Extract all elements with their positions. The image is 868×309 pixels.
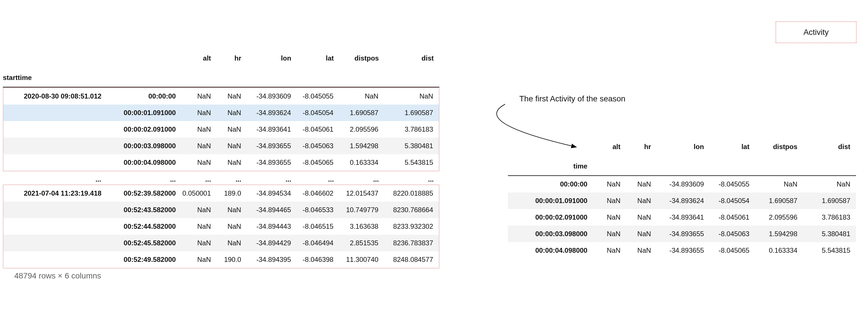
diagram-canvas: Activity The first Activity of the seaso… — [0, 0, 868, 309]
table-row: 00:00:01.091000 NaN NaN -34.893624 -8.04… — [508, 193, 856, 209]
idx-time: time — [18, 74, 32, 82]
block1-box: 2020-08-30 09:08:51.012 00:00:00 NaN NaN… — [3, 87, 439, 171]
r-idx-time: time — [508, 162, 593, 170]
col-dist: dist — [385, 54, 439, 62]
table-row: 00:00:02.091000 NaN NaN -34.893641 -8.04… — [3, 121, 439, 138]
r-col-dist: dist — [803, 143, 856, 151]
annotation-text: The first Activity of the season — [519, 94, 625, 103]
r-col-lat: lat — [710, 143, 755, 151]
table-row: 00:52:45.582000 NaN NaN -34.894429 -8.04… — [3, 235, 439, 251]
block2-box: 2021-07-04 11:23:19.418 00:52:39.582000 … — [3, 185, 439, 269]
table-row: 00:52:49.582000 NaN 190.0 -34.894395 -8.… — [3, 251, 439, 268]
col-lon: lon — [247, 54, 297, 62]
r-col-hr: hr — [626, 143, 657, 151]
table-row: 00:00:01.091000 NaN NaN -34.893624 -8.04… — [3, 105, 439, 121]
col-hr: hr — [217, 54, 247, 62]
table-row: 00:00:00 NaN NaN -34.893609 -8.045055 Na… — [508, 176, 856, 193]
table-row: 00:52:43.582000 NaN NaN -34.894465 -8.04… — [3, 202, 439, 218]
col-alt: alt — [182, 54, 217, 62]
left-columns-header: alt hr lon lat distpos dist — [3, 54, 439, 62]
table-row: 00:00:04.098000 NaN NaN -34.893655 -8.04… — [508, 242, 856, 259]
right-columns-header: alt hr lon lat distpos dist — [508, 143, 856, 151]
table-row: 00:52:44.582000 NaN NaN -34.894443 -8.04… — [3, 218, 439, 235]
left-dataframe: alt hr lon lat distpos dist start time 2… — [3, 54, 439, 280]
table-row: 2020-08-30 09:08:51.012 00:00:00 NaN NaN… — [3, 88, 439, 105]
table-row: 00:00:04.098000 NaN NaN -34.893655 -8.04… — [3, 154, 439, 171]
activity-badge: Activity — [776, 21, 857, 43]
ellipsis-row: ... ... ... ... ... ... ... ... — [3, 174, 439, 185]
table-row: 00:00:03.098000 NaN NaN -34.893655 -8.04… — [3, 138, 439, 154]
table-row: 00:00:03.098000 NaN NaN -34.893655 -8.04… — [508, 226, 856, 242]
activity-label: Activity — [804, 28, 829, 37]
idx-start: start — [3, 74, 18, 82]
r-col-distpos: distpos — [755, 143, 803, 151]
r-col-alt: alt — [593, 143, 626, 151]
right-index-header: time — [508, 151, 856, 176]
col-lat: lat — [297, 54, 340, 62]
left-index-header: start time — [3, 62, 439, 87]
table-row: 2021-07-04 11:23:19.418 00:52:39.582000 … — [3, 185, 439, 202]
right-dataframe: alt hr lon lat distpos dist time 00:00:0… — [508, 143, 856, 259]
dataframe-shape-footer: 48794 rows × 6 columns — [14, 271, 439, 280]
table-row: 00:00:02.091000 NaN NaN -34.893641 -8.04… — [508, 209, 856, 226]
col-distpos: distpos — [340, 54, 385, 62]
r-col-lon: lon — [657, 143, 710, 151]
